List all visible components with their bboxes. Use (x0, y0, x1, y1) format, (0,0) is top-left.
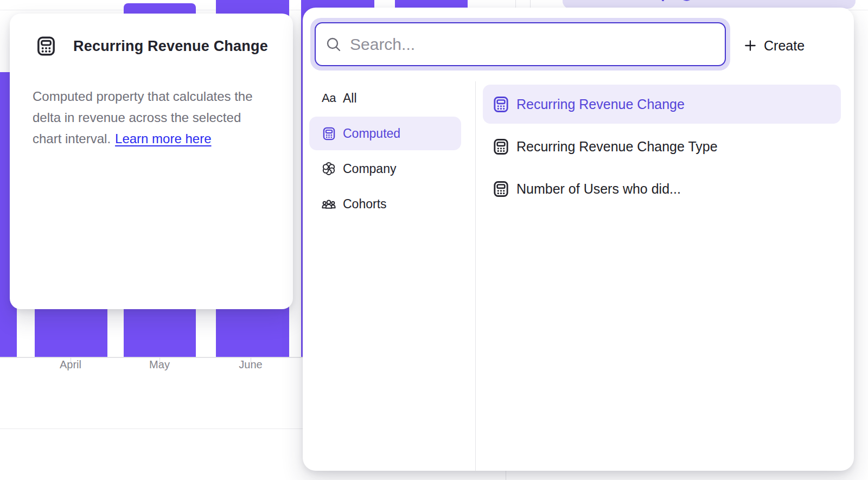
results-list: Recurring Revenue Change Recurring Reven… (483, 85, 841, 212)
search-icon (326, 36, 342, 53)
x-label-april: April (33, 359, 108, 371)
result-label: Recurring Revenue Change (516, 97, 685, 112)
calculator-icon (35, 35, 57, 57)
create-button[interactable]: Create (743, 34, 825, 57)
filter-company[interactable]: Company (309, 152, 461, 185)
x-label-may: May (122, 359, 197, 371)
search-field[interactable] (315, 22, 726, 66)
screen: April May June Recurring Revenue Change … (0, 0, 868, 480)
filter-all[interactable]: Aa All (309, 81, 461, 115)
result-label: Recurring Revenue Change Type (516, 139, 718, 155)
tooltip-header: Recurring Revenue Change (35, 35, 268, 57)
calculator-icon (492, 95, 510, 113)
calculator-icon (492, 180, 510, 198)
create-button-label: Create (764, 38, 805, 54)
section-divider (0, 428, 303, 429)
chip-text-fragment (641, 0, 706, 3)
filter-cohorts[interactable]: Cohorts (309, 187, 461, 221)
calculator-icon (321, 126, 336, 141)
tooltip-title: Recurring Revenue Change (73, 38, 268, 55)
tooltip-description: Computed property that calculates the de… (33, 86, 271, 149)
x-label-june: June (213, 359, 289, 371)
result-recurring-revenue-change[interactable]: Recurring Revenue Change (483, 85, 841, 124)
filter-computed[interactable]: Computed (309, 117, 461, 150)
property-tooltip: Recurring Revenue Change Computed proper… (10, 14, 293, 309)
company-icon (321, 161, 336, 176)
search-input[interactable] (350, 35, 715, 54)
filter-all-label: All (343, 91, 357, 106)
filter-list: Aa All Computed (309, 81, 461, 222)
filter-cohorts-label: Cohorts (343, 197, 387, 212)
panel-divider (475, 81, 476, 471)
result-number-of-users-who-did[interactable]: Number of Users who did... (483, 169, 841, 208)
property-picker-panel: Create Aa All Computed (303, 8, 854, 471)
cohorts-icon (321, 196, 336, 212)
calculator-icon (492, 138, 510, 156)
plus-icon (743, 39, 757, 53)
footer-divider (506, 470, 506, 480)
result-recurring-revenue-change-type[interactable]: Recurring Revenue Change Type (483, 127, 841, 166)
search-focus-ring (310, 18, 730, 71)
text-format-icon: Aa (321, 91, 336, 105)
result-label: Number of Users who did... (516, 181, 681, 197)
learn-more-link[interactable]: Learn more here (115, 131, 211, 146)
filter-computed-label: Computed (343, 126, 400, 141)
x-axis (0, 357, 303, 358)
filter-company-label: Company (343, 162, 396, 176)
